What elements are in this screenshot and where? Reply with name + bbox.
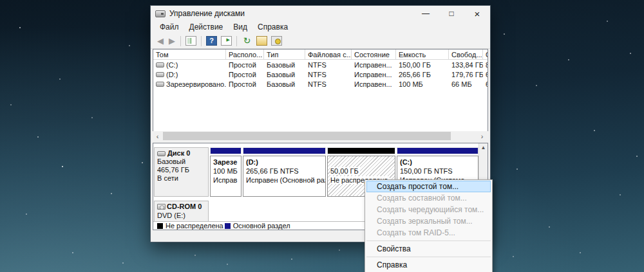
toolbar-separator [236,36,237,46]
table-row[interactable]: (D:) Простой Базовый NTFS Исправен... 26… [153,69,488,79]
partition-color-bar [397,147,478,154]
show-action-pane-icon[interactable] [221,36,232,46]
menu-item-new-mirrored-volume: Создать зеркальный том... [366,215,491,227]
column-header-volume[interactable]: Том [153,50,226,60]
cell-filesystem: NTFS [305,71,352,78]
scroll-up-icon[interactable]: ▲ [481,145,486,150]
table-row[interactable]: (C:) Простой Базовый NTFS Исправен... 15… [153,60,488,69]
cell-free: 179,76 ГБ [449,71,483,78]
scroll-left-icon[interactable]: ‹ [153,132,162,140]
close-button[interactable]: × [464,6,490,21]
partition-label: Зарезе [213,158,241,167]
window-title: Управление дисками [169,9,245,18]
disk-manage-icon[interactable] [271,36,282,46]
properties-icon[interactable] [256,36,267,46]
column-header-free[interactable]: Свобод... [449,50,483,60]
menu-help[interactable]: Справка [252,21,293,33]
menu-separator [366,257,491,257]
cell-free: 133,84 ГБ [449,61,483,69]
disk0-info-panel[interactable]: Диск 0 Базовый 465,76 ГБ В сети [154,147,209,197]
partition-color-bar [327,147,395,154]
cell-free-pct: 68 [483,71,488,78]
volume-table: Том Располо... Тип Файловая с... Состоян… [153,50,488,89]
menu-view[interactable]: Вид [228,21,252,33]
refresh-icon[interactable]: ↻ [242,36,252,46]
desktop-wallpaper: Управление дисками — □ × Файл Действие В… [0,0,644,272]
legend-primary-swatch [225,223,231,229]
column-header-capacity[interactable]: Емкость [396,50,449,60]
partition-label: (D:) [246,158,325,167]
cell-filesystem: NTFS [305,61,352,69]
scrollbar-thumb[interactable] [163,132,451,140]
partition-reserved[interactable]: Зарезе 100 МБ Исправ [210,147,242,197]
partition-size: 100 МБ [213,167,241,176]
menu-action[interactable]: Действие [184,21,229,33]
forward-icon[interactable]: ▶ [166,35,178,48]
cell-capacity: 265,66 ГБ [396,71,449,78]
cell-type: Базовый [264,71,305,78]
volume-list-pane: Том Располо... Тип Файловая с... Состоян… [153,49,488,141]
partition-status: Исправен (Основной раз, [246,176,325,185]
minimize-button[interactable]: — [413,6,439,21]
menu-item-new-simple-volume[interactable]: Создать простой том... [366,181,491,192]
cell-capacity: 100 МБ [396,80,449,88]
column-header-type[interactable]: Тип [264,50,305,60]
legend-unallocated-swatch [157,223,163,229]
cell-layout: Простой [226,80,264,88]
cell-type: Базовый [264,80,305,88]
cell-volume: (D:) [166,71,178,78]
cell-filesystem: NTFS [305,80,352,88]
title-bar[interactable]: Управление дисками — □ × [151,6,490,21]
column-header-free-pct[interactable]: Св... [483,50,488,60]
cdrom-media: DVD (E:) [157,211,205,220]
disk-management-app-icon [155,10,166,17]
cdrom-name: CD-ROM 0 [167,202,202,211]
help-icon[interactable]: ? [206,36,217,46]
disk-icon [157,151,166,156]
cell-layout: Простой [226,71,264,78]
volume-icon [156,82,164,87]
column-header-status[interactable]: Состояние [352,50,396,60]
cell-status: Исправен... [352,80,396,88]
partition-size: 50,00 ГБ [330,167,360,175]
cell-type: Базовый [264,61,305,69]
cell-volume: (C:) [166,61,178,69]
menu-item-properties[interactable]: Свойства [366,243,491,255]
menu-item-new-raid5-volume: Создать том RAID-5... [366,227,491,239]
disk0-size: 465,76 ГБ [157,166,205,174]
column-header-filesystem[interactable]: Файловая с... [305,50,352,60]
menu-item-new-spanned-volume: Создать составной том... [366,192,491,204]
cell-layout: Простой [226,61,264,69]
toolbar: ◀ ▶ ? ↻ [151,33,490,49]
back-icon[interactable]: ◀ [155,35,166,48]
menu-separator [366,240,491,241]
wallpaper-stars [0,0,1,1]
partition-color-bar [243,147,326,154]
disk0-status: В сети [157,174,205,183]
show-console-tree-icon[interactable] [185,36,196,46]
partition-d[interactable]: (D:) 265,66 ГБ NTFS Исправен (Основной р… [243,147,326,197]
table-header-row: Том Располо... Тип Файловая с... Состоян… [153,50,488,60]
disk0-type: Базовый [157,158,205,166]
context-menu: Создать простой том... Создать составной… [365,179,493,272]
volume-icon [156,62,164,68]
cdrom-info-panel[interactable]: CD-ROM 0 DVD (E:) [154,201,209,222]
menu-bar: Файл Действие Вид Справка [151,21,490,33]
table-row[interactable]: Зарезервировано... Простой Базовый NTFS … [153,79,488,89]
menu-item-help[interactable]: Справка [366,259,491,271]
volume-icon [156,72,164,77]
partition-label: (C:) [400,158,478,167]
cell-volume: Зарезервировано... [166,80,226,88]
scroll-right-icon[interactable]: › [477,132,487,140]
horizontal-scrollbar[interactable]: ‹ › [153,131,488,141]
cdrom-icon [157,204,166,210]
column-header-layout[interactable]: Располо... [226,50,264,60]
legend-primary-label: Основной раздел [233,222,290,230]
cell-free: 66 МБ [449,80,483,88]
partition-status: Исправ [213,176,241,185]
partition-label [330,158,395,167]
cell-status: Исправен... [352,61,396,69]
maximize-button[interactable]: □ [439,6,464,21]
menu-file[interactable]: Файл [155,21,184,33]
disk0-name: Диск 0 [167,149,190,158]
